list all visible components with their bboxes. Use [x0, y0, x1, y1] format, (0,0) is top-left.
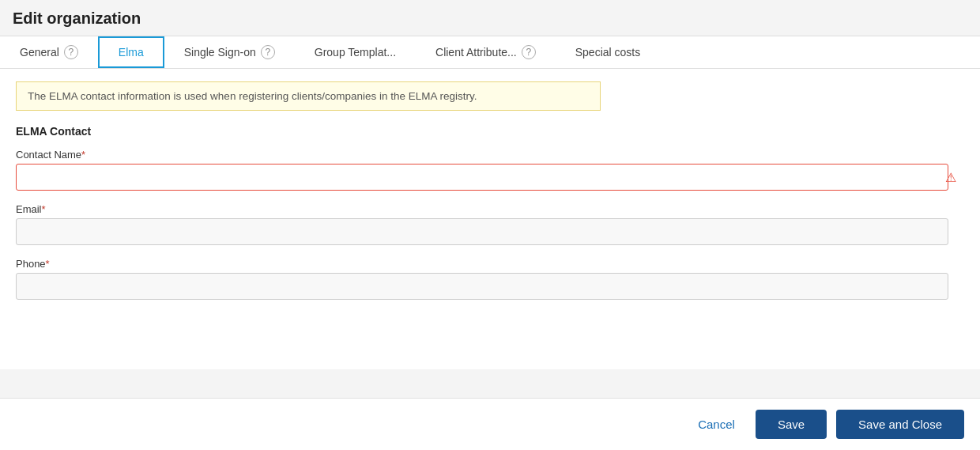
tab-group-template[interactable]: Group Templat... — [295, 36, 416, 68]
section-title: ELMA Contact — [16, 125, 964, 138]
tab-general-help-icon[interactable]: ? — [64, 45, 78, 59]
tab-general[interactable]: General ? — [0, 36, 98, 68]
info-box: The ELMA contact information is used whe… — [16, 81, 601, 111]
content-area: The ELMA contact information is used whe… — [0, 69, 980, 369]
form-group-contact-name: Contact Name* ⚠ — [16, 149, 964, 191]
tab-sso[interactable]: Single Sign-on ? — [164, 36, 295, 68]
tab-elma[interactable]: Elma — [98, 36, 164, 68]
phone-required-mark: * — [46, 258, 50, 270]
save-and-close-button[interactable]: Save and Close — [836, 410, 964, 439]
page-title: Edit organization — [13, 9, 967, 28]
tab-client-attribute-label: Client Attribute... — [435, 46, 517, 59]
save-button[interactable]: Save — [756, 410, 827, 439]
info-box-text: The ELMA contact information is used whe… — [28, 90, 477, 102]
email-input[interactable] — [16, 218, 948, 245]
contact-name-input-wrapper: ⚠ — [16, 164, 964, 191]
tab-elma-label: Elma — [119, 46, 144, 59]
form-group-phone: Phone* — [16, 258, 964, 300]
email-label: Email* — [16, 203, 964, 215]
contact-name-input[interactable] — [16, 164, 948, 191]
tab-sso-label: Single Sign-on — [184, 46, 256, 59]
tab-general-label: General — [20, 46, 59, 59]
tab-special-costs[interactable]: Special costs — [556, 36, 660, 68]
tab-sso-help-icon[interactable]: ? — [261, 45, 275, 59]
page-header: Edit organization — [0, 0, 980, 36]
email-required-mark: * — [42, 203, 46, 215]
page-container: Edit organization General ? Elma Single … — [0, 0, 980, 450]
form-group-email: Email* — [16, 203, 964, 245]
tab-group-template-label: Group Templat... — [315, 46, 396, 59]
tab-client-attribute[interactable]: Client Attribute... ? — [416, 36, 556, 68]
contact-name-label: Contact Name* — [16, 149, 964, 161]
phone-label: Phone* — [16, 258, 964, 270]
contact-name-required-mark: * — [81, 149, 85, 161]
phone-input[interactable] — [16, 273, 948, 300]
email-input-wrapper — [16, 218, 964, 245]
footer: Cancel Save Save and Close — [0, 398, 980, 450]
phone-input-wrapper — [16, 273, 964, 300]
tab-client-attribute-help-icon[interactable]: ? — [522, 45, 536, 59]
tab-special-costs-label: Special costs — [575, 46, 640, 59]
cancel-button[interactable]: Cancel — [687, 411, 746, 437]
tabs-bar: General ? Elma Single Sign-on ? Group Te… — [0, 36, 980, 69]
